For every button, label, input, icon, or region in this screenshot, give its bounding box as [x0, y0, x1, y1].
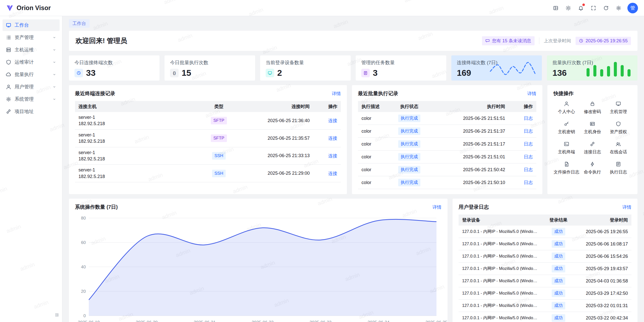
- table-row: 127.0.0.1 - 内网IP - Mozilla/5.0 (Windows …: [459, 226, 631, 238]
- quick-action-host-keys[interactable]: 主机密钥: [553, 121, 579, 135]
- sidebar-item-ops-audit[interactable]: 运维审计: [3, 56, 60, 68]
- table-row: server-1182.92.5.218 SFTP 2025-06-25 21:…: [75, 129, 341, 147]
- log-link[interactable]: 日志: [524, 180, 533, 185]
- table-row: 127.0.0.1 - 内网IP - Mozilla/5.0 (Windows …: [459, 287, 631, 300]
- stat-card-execution-7d: 批量执行次数 (7日) 136: [547, 55, 637, 81]
- table-row: 127.0.0.1 - 内网IP - Mozilla/5.0 (Windows …: [459, 250, 631, 263]
- app-title: Orion Visor: [17, 4, 51, 12]
- quick-action-personal-center[interactable]: 个人中心: [553, 101, 579, 115]
- quick-action-host-terminal[interactable]: 主机终端: [553, 141, 579, 155]
- monitor-icon: [616, 101, 621, 106]
- system-operations-detail-link[interactable]: 详情: [432, 204, 441, 210]
- last-login-time-badge: 2025-06-25 19:26:55: [576, 37, 631, 45]
- breadcrumb-item-workbench[interactable]: 工作台: [69, 19, 90, 28]
- connect-link[interactable]: 连接: [328, 153, 337, 158]
- login-result-badge: 成功: [552, 277, 565, 285]
- sidebar-item-batch-execution[interactable]: 批量执行: [3, 69, 60, 80]
- status-badge: 执行完成: [398, 179, 420, 186]
- connect-link[interactable]: 连接: [328, 118, 337, 123]
- log-link[interactable]: 日志: [524, 141, 533, 147]
- notification-bell-icon[interactable]: [576, 3, 586, 13]
- terminal-detail-link[interactable]: 详情: [332, 91, 341, 97]
- fullscreen-icon[interactable]: [588, 3, 599, 13]
- app-logo-icon: [6, 4, 14, 12]
- braces-icon: {}: [170, 69, 179, 77]
- table-row: server-1182.92.5.218 SFTP 2025-06-25 21:…: [75, 112, 341, 129]
- svg-text:2025-06-23: 2025-06-23: [310, 320, 332, 322]
- layout-icon[interactable]: [550, 3, 561, 13]
- link-icon: [6, 109, 11, 114]
- table-row: color 执行完成 2025-06-25 21:51:17 日志: [358, 138, 536, 151]
- login-result-badge: 成功: [552, 290, 565, 297]
- sidebar-item-system-management[interactable]: 系统管理: [3, 93, 60, 105]
- brightness-icon[interactable]: [563, 3, 574, 13]
- svg-text:2025-06-22: 2025-06-22: [252, 320, 274, 322]
- doc-icon: [616, 161, 621, 167]
- clock-icon: [579, 39, 583, 43]
- chevron-down-icon: [52, 48, 56, 52]
- table-row: server-1182.92.5.218 SSH 2025-06-25 21:3…: [75, 147, 341, 165]
- connect-link[interactable]: 连接: [328, 171, 337, 176]
- sidebar-item-user-management[interactable]: 用户管理: [3, 81, 60, 93]
- monitor-icon: [6, 22, 11, 28]
- user-icon: [6, 84, 11, 90]
- quick-action-command-execution[interactable]: 命令执行: [579, 161, 605, 175]
- app-logo[interactable]: Orion Visor: [6, 4, 51, 12]
- sidebar: 工作台 资产管理 主机运维 运维审计 批量执行 用户管理: [0, 16, 62, 322]
- table-row: color 执行完成 2025-06-25 21:51:37 日志: [358, 125, 536, 138]
- stat-card-batch-today: 今日批量执行次数 {} 15: [165, 55, 255, 81]
- user-avatar[interactable]: 管: [627, 3, 638, 13]
- stat-card-terminal-7d: 连接终端次数 (7日) 169: [451, 55, 542, 81]
- status-badge: 执行完成: [398, 153, 420, 161]
- log-link[interactable]: 日志: [524, 167, 533, 172]
- login-result-badge: 成功: [552, 314, 565, 322]
- sidebar-item-host-ops[interactable]: 主机运维: [3, 44, 60, 56]
- connect-link[interactable]: 连接: [328, 136, 337, 141]
- quick-action-execution-logs[interactable]: 执行日志: [606, 161, 631, 175]
- sidebar-item-project-url[interactable]: 项目地址: [3, 106, 60, 117]
- svg-text:2025-06-24: 2025-06-24: [368, 320, 389, 322]
- login-logs-detail-link[interactable]: 详情: [622, 204, 631, 210]
- execution-7d-bars: [585, 60, 632, 77]
- status-badge: 执行完成: [398, 115, 420, 122]
- batch-detail-link[interactable]: 详情: [527, 91, 536, 97]
- refresh-icon[interactable]: [601, 3, 611, 13]
- collapse-sidebar-icon[interactable]: [55, 313, 59, 318]
- task-icon: [361, 69, 370, 77]
- table-row: color 执行完成 2025-06-25 21:50:42 日志: [358, 163, 536, 176]
- table-row: color 执行完成 2025-06-25 21:51:01 日志: [358, 151, 536, 163]
- batch-executions-table: 执行描述 执行状态 执行时间 操作 color 执行完成 2025-06-25 …: [358, 101, 536, 189]
- main-content: 工作台 欢迎回来! 管理员 您有 15 条未读消息 上次登录时间 2025-06…: [62, 16, 644, 322]
- log-link[interactable]: 日志: [524, 116, 533, 121]
- login-result-badge: 成功: [552, 265, 565, 272]
- monitor-icon: [266, 69, 274, 77]
- quick-action-host-identity[interactable]: 主机身份: [579, 121, 605, 135]
- quick-action-connection-logs[interactable]: 连接日志: [579, 141, 605, 155]
- settings-gear-icon[interactable]: [613, 3, 624, 13]
- sidebar-item-asset-management[interactable]: 资产管理: [3, 32, 60, 43]
- quick-action-asset-authorization[interactable]: 资产授权: [606, 121, 631, 135]
- unread-messages-badge[interactable]: 您有 15 条未读消息: [482, 36, 535, 45]
- log-link[interactable]: 日志: [524, 129, 533, 134]
- chevron-down-icon: [52, 73, 56, 77]
- stat-card-terminal-today: 今日连接终端次数 33: [69, 55, 159, 81]
- cloud-icon: [6, 72, 11, 77]
- svg-text:0: 0: [84, 313, 86, 318]
- sidebar-item-workbench[interactable]: 工作台: [3, 19, 60, 31]
- stat-card-login-devices: 当前登录设备数量 2: [260, 55, 351, 81]
- table-row: 127.0.0.1 - 内网IP - Mozilla/5.0 (Windows …: [459, 275, 631, 287]
- quick-action-change-password[interactable]: 修改密码: [579, 101, 605, 115]
- status-badge: 执行完成: [398, 166, 420, 173]
- clock-icon: [74, 69, 83, 77]
- breadcrumb: 工作台: [69, 16, 637, 31]
- log-link[interactable]: 日志: [524, 154, 533, 159]
- svg-text:2025-06-20: 2025-06-20: [136, 320, 158, 322]
- quick-action-file-operation-logs[interactable]: 文件操作日志: [553, 161, 579, 175]
- chevron-down-icon: [52, 60, 56, 64]
- user-icon: [564, 101, 569, 106]
- quick-action-online-sessions[interactable]: 在线会话: [606, 141, 631, 155]
- svg-text:80: 80: [81, 216, 86, 221]
- login-result-badge: 成功: [552, 302, 565, 309]
- shield-icon: [6, 59, 11, 65]
- quick-action-host-management[interactable]: 主机管理: [606, 101, 631, 115]
